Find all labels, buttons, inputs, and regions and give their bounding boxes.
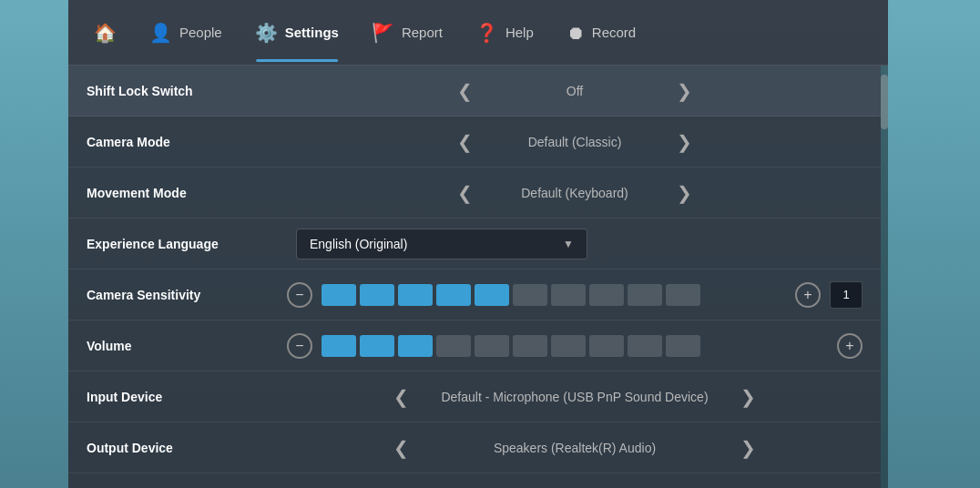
nav-report-label: Report [402,25,443,40]
vol-seg-6 [513,335,547,357]
experience-language-label: Experience Language [87,237,287,251]
camera-sensitivity-decrease[interactable]: − [287,282,312,308]
nav-item-report[interactable]: 🚩 Report [355,15,459,51]
vol-seg-8 [589,335,624,357]
setting-row-movement-mode: Movement Mode ❮ Default (Keyboard) ❯ [68,168,881,219]
seg-4 [436,284,471,306]
seg-10 [666,284,700,306]
shift-lock-next[interactable]: ❯ [666,78,703,104]
volume-label: Volume [87,339,287,353]
setting-row-input-device: Input Device ❮ Default - Microphone (USB… [68,371,881,422]
nav-bar: 🏠 👤 People ⚙️ Settings 🚩 Report ❓ Help ⏺… [68,0,888,66]
shift-lock-prev[interactable]: ❮ [446,78,484,104]
vol-seg-2 [360,335,394,357]
input-device-label: Input Device [87,390,287,404]
experience-language-control: English (Original) ▼ [287,229,863,259]
camera-sensitivity-increase[interactable]: + [795,282,821,308]
volume-control: − + [287,333,863,359]
seg-3 [398,284,433,306]
camera-sensitivity-value: 1 [830,281,863,309]
camera-mode-prev[interactable]: ❮ [446,129,484,155]
setting-row-output-device: Output Device ❮ Speakers (Realtek(R) Aud… [68,422,881,473]
output-device-value: Speakers (Realtek(R) Audio) [420,441,730,455]
nav-item-home[interactable]: 🏠 [77,15,133,51]
camera-sensitivity-slider[interactable] [322,284,786,306]
setting-row-shift-lock: Shift Lock Switch ❮ Off ❯ [68,66,881,117]
movement-mode-prev[interactable]: ❮ [446,180,484,206]
dropdown-arrow-icon: ▼ [563,238,574,250]
nav-record-label: Record [592,25,636,40]
input-device-next[interactable]: ❯ [730,384,767,410]
experience-language-value: English (Original) [310,237,407,251]
seg-8 [589,284,624,306]
output-device-prev[interactable]: ❮ [383,435,420,461]
movement-mode-next[interactable]: ❯ [666,180,703,206]
nav-item-record[interactable]: ⏺ Record [550,15,652,51]
seg-6 [513,284,547,306]
camera-mode-value: Default (Classic) [484,135,666,149]
camera-mode-label: Camera Mode [87,135,287,149]
volume-slider[interactable] [322,335,828,357]
help-icon: ❓ [475,24,498,42]
input-device-value: Default - Microphone (USB PnP Sound Devi… [420,390,730,404]
setting-row-camera-mode: Camera Mode ❮ Default (Classic) ❯ [68,117,881,168]
report-icon: 🚩 [372,24,394,42]
nav-item-help[interactable]: ❓ Help [459,15,550,51]
settings-content: Shift Lock Switch ❮ Off ❯ Camera Mode ❮ … [68,66,881,488]
output-device-next[interactable]: ❯ [730,435,767,461]
experience-language-dropdown[interactable]: English (Original) ▼ [296,229,587,259]
people-icon: 👤 [149,24,172,42]
output-device-label: Output Device [87,441,287,455]
movement-mode-control: ❮ Default (Keyboard) ❯ [287,180,863,206]
main-panel: 🏠 👤 People ⚙️ Settings 🚩 Report ❓ Help ⏺… [68,0,888,488]
home-icon: 🏠 [94,24,117,42]
setting-row-experience-language: Experience Language English (Original) ▼ [68,219,881,269]
vol-seg-10 [666,335,700,357]
settings-icon: ⚙️ [255,24,278,42]
vol-seg-4 [436,335,471,357]
seg-5 [475,284,509,306]
vol-seg-9 [628,335,662,357]
seg-2 [360,284,394,306]
movement-mode-label: Movement Mode [87,186,287,200]
scrollbar-track[interactable] [881,66,888,488]
vol-seg-3 [398,335,433,357]
seg-7 [551,284,586,306]
shift-lock-label: Shift Lock Switch [87,84,287,98]
camera-sensitivity-control: − + 1 [287,281,863,309]
volume-decrease[interactable]: − [287,333,312,359]
nav-item-settings[interactable]: ⚙️ Settings [239,15,355,51]
seg-1 [322,284,356,306]
movement-mode-value: Default (Keyboard) [484,186,666,200]
volume-increase[interactable]: + [837,333,863,359]
seg-9 [628,284,662,306]
nav-people-label: People [179,25,222,40]
input-device-prev[interactable]: ❮ [383,384,420,410]
setting-row-camera-sensitivity: Camera Sensitivity − [68,269,881,320]
nav-item-people[interactable]: 👤 People [133,15,239,51]
vol-seg-1 [322,335,356,357]
camera-sensitivity-label: Camera Sensitivity [87,288,287,302]
nav-settings-label: Settings [285,25,339,40]
vol-seg-5 [475,335,509,357]
settings-area: Shift Lock Switch ❮ Off ❯ Camera Mode ❮ … [68,66,888,488]
input-device-control: ❮ Default - Microphone (USB PnP Sound De… [287,384,863,410]
record-icon: ⏺ [567,24,585,42]
vol-seg-7 [551,335,586,357]
shift-lock-control: ❮ Off ❯ [287,78,863,104]
shift-lock-value: Off [484,84,666,98]
camera-mode-control: ❮ Default (Classic) ❯ [287,129,863,155]
output-device-control: ❮ Speakers (Realtek(R) Audio) ❯ [287,435,863,461]
scrollbar-thumb[interactable] [881,75,888,129]
setting-row-volume: Volume − + [68,320,881,371]
nav-help-label: Help [505,25,534,40]
camera-mode-next[interactable]: ❯ [666,129,703,155]
